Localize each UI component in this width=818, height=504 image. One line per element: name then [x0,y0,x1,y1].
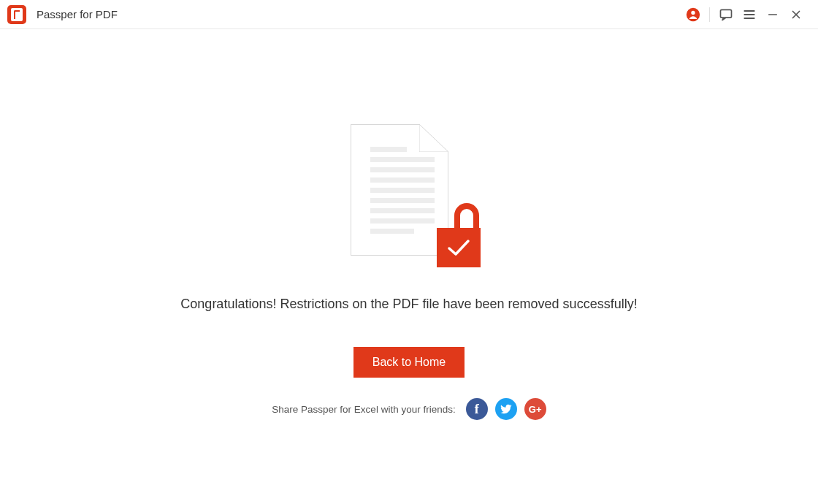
share-google-plus-button[interactable]: G+ [524,398,546,420]
app-title: Passper for PDF [37,8,118,20]
menu-icon[interactable] [738,3,761,26]
share-twitter-button[interactable] [495,398,517,420]
document-icon [351,124,448,256]
share-row: Share Passper for Excel with your friend… [272,398,546,420]
feedback-icon[interactable] [714,3,738,26]
svg-point-1 [691,10,695,14]
close-button[interactable] [784,3,808,26]
main-content: Congratulations! Restrictions on the PDF… [0,29,818,420]
account-icon[interactable] [681,3,705,26]
svg-rect-2 [721,9,732,18]
share-facebook-button[interactable]: f [466,398,488,420]
back-to-home-button[interactable]: Back to Home [353,347,465,378]
share-prompt: Share Passper for Excel with your friend… [272,404,455,415]
unlocked-icon [437,228,481,267]
titlebar: Passper for PDF [0,0,818,29]
success-message: Congratulations! Restrictions on the PDF… [180,297,637,312]
minimize-button[interactable] [761,3,784,26]
success-illustration [343,124,475,270]
checkmark-icon [437,228,481,267]
app-logo-icon [7,5,26,24]
titlebar-divider [709,7,710,22]
